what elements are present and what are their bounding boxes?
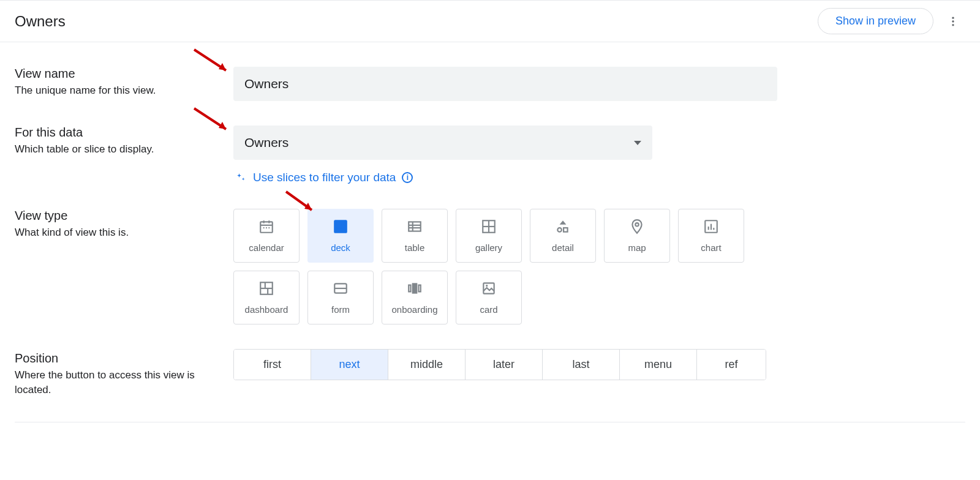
svg-rect-45 [419,285,421,292]
slices-hint-row: Use slices to filter your data i [233,171,777,184]
view-type-gallery[interactable]: gallery [456,209,522,263]
view-name-label: View name [15,67,220,81]
position-middle[interactable]: middle [388,350,466,380]
view-type-card[interactable]: card [456,271,522,324]
view-type-calendar[interactable]: calendar [233,209,300,263]
position-menu[interactable]: menu [620,350,697,380]
view-type-onboarding[interactable]: onboarding [382,271,448,324]
view-type-label: map [628,242,646,253]
gallery-icon [481,219,497,236]
view-type-grid: calendardecktablegallerydetailmapchartda… [233,209,766,324]
deck-icon [333,219,349,236]
view-name-input[interactable] [233,67,777,101]
position-later[interactable]: later [466,350,543,380]
more-vert-icon [947,15,959,28]
view-name-row: View name The unique name for this view. [15,42,965,101]
svg-point-13 [263,227,265,228]
view-type-label: card [480,304,497,315]
svg-point-14 [266,227,267,228]
map-icon [629,219,645,236]
for-data-row: For this data Which table or slice to di… [15,101,965,184]
for-data-labels: For this data Which table or slice to di… [15,126,220,157]
view-type-dashboard[interactable]: dashboard [233,271,300,324]
table-icon [407,219,423,236]
position-label: Position [15,351,220,366]
view-type-labels: View type What kind of view this is. [15,209,220,240]
svg-rect-9 [260,222,273,232]
svg-rect-43 [412,283,418,293]
view-type-deck[interactable]: deck [307,209,374,263]
svg-marker-4 [219,63,226,70]
svg-point-15 [268,227,270,228]
position-first[interactable]: first [234,350,311,380]
position-ref[interactable]: ref [697,350,766,380]
svg-point-0 [952,17,954,18]
for-data-input-wrap: Owners Use slices to filter your data i [220,126,777,184]
section-divider [15,422,965,422]
view-type-chart[interactable]: chart [678,209,744,263]
position-input-wrap: firstnextmiddlelaterlastmenuref [220,349,777,380]
view-name-input-wrap [220,67,777,101]
view-type-label: calendar [249,242,284,253]
position-desc: Where the button to access this view is … [15,368,198,397]
view-type-form[interactable]: form [307,271,374,324]
card-icon [481,280,497,298]
sparkle-icon [235,171,247,184]
svg-rect-46 [483,283,494,293]
view-type-label: table [405,242,425,253]
topbar-actions: Show in preview [818,8,965,34]
form-icon [333,280,349,298]
info-icon[interactable]: i [402,172,413,183]
settings-form: View name The unique name for this view.… [0,42,980,435]
position-row: Position Where the button to access this… [15,324,965,397]
svg-point-47 [486,285,488,287]
view-type-label: deck [331,242,350,253]
view-name-desc: The unique name for this view. [15,83,198,98]
view-type-label: View type [15,209,220,223]
view-type-map[interactable]: map [604,209,670,263]
show-in-preview-button[interactable]: Show in preview [818,8,933,34]
for-data-desc: Which table or slice to display. [15,142,198,157]
calendar-icon [258,219,274,236]
view-type-table[interactable]: table [382,209,448,263]
svg-line-7 [286,192,312,210]
position-last[interactable]: last [543,350,620,380]
view-type-label: chart [701,242,721,253]
svg-marker-29 [560,220,567,225]
view-type-input-wrap: calendardecktablegallerydetailmapchartda… [220,209,777,324]
slices-hint-link[interactable]: Use slices to filter your data [253,171,396,184]
view-type-row: View type What kind of view this is. cal… [15,184,965,324]
detail-icon [555,219,571,236]
view-type-detail[interactable]: detail [530,209,596,263]
view-type-label: onboarding [391,304,437,315]
svg-rect-22 [409,222,421,231]
view-type-desc: What kind of view this is. [15,225,198,240]
svg-rect-17 [337,223,340,225]
onboarding-icon [407,280,423,298]
svg-point-32 [635,223,638,226]
dashboard-icon [258,280,274,298]
svg-rect-31 [564,228,568,232]
page-title: Owners [15,13,66,30]
view-type-label: form [331,304,350,315]
more-options-button[interactable] [941,9,965,34]
position-segmented: firstnextmiddlelaterlastmenuref [233,349,766,380]
view-name-labels: View name The unique name for this view. [15,67,220,98]
header-bar: Owners Show in preview [0,0,980,42]
svg-marker-6 [219,122,226,129]
for-data-label: For this data [15,126,220,140]
svg-rect-44 [409,285,410,292]
svg-point-30 [557,228,562,232]
for-data-value: Owners [244,135,288,150]
svg-point-1 [952,20,954,22]
svg-rect-16 [334,220,347,233]
for-data-select[interactable]: Owners [233,126,652,160]
view-type-label: dashboard [245,304,288,315]
position-labels: Position Where the button to access this… [15,349,220,397]
view-type-label: gallery [475,242,502,253]
view-type-label: detail [552,242,574,253]
dropdown-icon [634,141,641,145]
chart-icon [703,219,719,236]
position-next[interactable]: next [311,350,388,380]
svg-point-2 [952,24,954,26]
